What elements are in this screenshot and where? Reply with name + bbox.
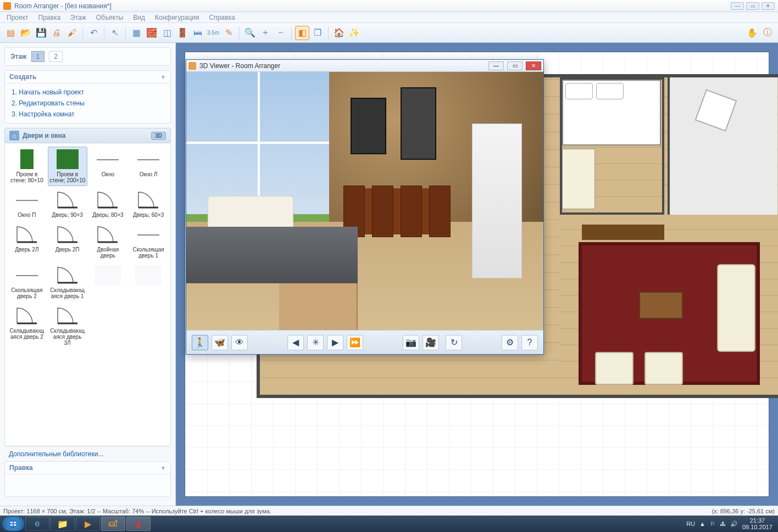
- center-button[interactable]: ✳: [307, 335, 324, 350]
- floor-tab-2[interactable]: 2: [49, 51, 63, 62]
- minimize-button[interactable]: —: [731, 2, 744, 10]
- settings-button[interactable]: ⚙: [502, 335, 518, 350]
- maximize-button[interactable]: ▭: [746, 2, 759, 10]
- view-3d-button[interactable]: ◧: [295, 26, 309, 40]
- menu-project[interactable]: Проект: [2, 13, 33, 23]
- library-item[interactable]: [129, 262, 168, 302]
- viewer-close-button[interactable]: ✕: [526, 61, 541, 70]
- canvas-area[interactable]: 3D Viewer - Room Arranger — ▭ ✕: [176, 43, 778, 506]
- prev-button[interactable]: ◀: [287, 335, 304, 350]
- effects-button[interactable]: ✨: [347, 26, 362, 40]
- tray-volume-icon[interactable]: 🔊: [730, 520, 738, 528]
- ruler-tool-button[interactable]: 3.5m: [206, 26, 220, 40]
- viewer-3d-scene[interactable]: [186, 72, 543, 330]
- taskbar-ie[interactable]: e: [25, 517, 49, 531]
- taskbar-app[interactable]: ▮: [126, 517, 151, 531]
- tray-network-icon[interactable]: 🖧: [720, 520, 726, 527]
- wardrobe[interactable]: [562, 149, 595, 209]
- taskbar-clock[interactable]: 21:37 09.10.2017: [742, 517, 773, 530]
- new-file-button[interactable]: ▤: [3, 26, 18, 40]
- menu-edit[interactable]: Правка: [34, 13, 65, 23]
- pointer-button[interactable]: ↖: [108, 26, 122, 40]
- create-new-project[interactable]: 1. Начать новый проект: [10, 87, 165, 98]
- floor-tab-1[interactable]: 1: [31, 51, 45, 62]
- look-mode-button[interactable]: 👁: [231, 335, 248, 350]
- viewer-minimize-button[interactable]: —: [488, 61, 504, 70]
- library-item[interactable]: Складывающаяся дверь 3Л: [48, 303, 87, 349]
- fly-mode-button[interactable]: 🦋: [212, 335, 228, 350]
- open-file-button[interactable]: 📂: [19, 26, 33, 40]
- badge-3d[interactable]: 3D: [151, 132, 166, 140]
- start-button[interactable]: [2, 517, 24, 531]
- more-libraries-link[interactable]: Дополнительные библиотеки...: [4, 446, 171, 461]
- fast-forward-button[interactable]: ⏩: [347, 335, 363, 350]
- library-item[interactable]: Дверь 2П: [48, 222, 87, 261]
- create-room-settings[interactable]: 3. Настройка комнат: [10, 109, 165, 120]
- door-tool-button[interactable]: 🚪: [175, 26, 190, 40]
- snapshot-button[interactable]: 📷: [403, 335, 419, 350]
- brick-tool-button[interactable]: 🧱: [145, 26, 159, 40]
- hand-button[interactable]: ✋: [745, 26, 759, 40]
- info-button[interactable]: ⓘ: [760, 26, 775, 40]
- pillow[interactable]: [596, 83, 624, 99]
- tray-flag-icon[interactable]: ▲: [699, 520, 705, 527]
- library-item[interactable]: [88, 262, 128, 302]
- library-item[interactable]: Двойная дверь: [88, 222, 128, 261]
- library-item[interactable]: Дверь; 80×3: [88, 187, 128, 221]
- library-item[interactable]: Окно П: [7, 187, 47, 221]
- category-header[interactable]: ⌂ Двери и окна 3D: [4, 128, 171, 143]
- viewer-maximize-button[interactable]: ▭: [507, 61, 523, 70]
- armchair[interactable]: [595, 352, 633, 385]
- library-item[interactable]: Дверь; 90×3: [48, 187, 87, 221]
- zoom-out-button[interactable]: －: [274, 26, 288, 40]
- house-button[interactable]: 🏠: [332, 26, 346, 40]
- save-button[interactable]: 💾: [34, 26, 48, 40]
- paint-button[interactable]: 🖌: [65, 26, 79, 40]
- refresh-button[interactable]: ↻: [446, 335, 462, 350]
- library-item[interactable]: Проем в стене; 200×10: [48, 147, 87, 186]
- sofa[interactable]: [717, 264, 755, 352]
- create-edit-walls[interactable]: 2. Редактировать стены: [10, 98, 165, 109]
- library-item[interactable]: Проем в стене; 80×10: [7, 147, 47, 186]
- pencil-tool-button[interactable]: ✎: [221, 26, 236, 40]
- library-item[interactable]: Окно Л: [129, 147, 168, 186]
- library-item[interactable]: Окно: [88, 147, 128, 186]
- create-header[interactable]: Создать ▼: [5, 71, 170, 83]
- library-item[interactable]: Складывающаяся дверь 1: [48, 262, 87, 302]
- tray-action-center-icon[interactable]: ⚐: [710, 520, 715, 528]
- library-item[interactable]: Скользящая дверь 1: [129, 222, 168, 261]
- pillow[interactable]: [565, 83, 593, 99]
- taskbar-media[interactable]: ▶: [76, 517, 100, 531]
- library-item[interactable]: Дверь; 60×3: [129, 187, 168, 221]
- language-indicator[interactable]: RU: [686, 520, 695, 527]
- wall-tool-button[interactable]: ▦: [129, 26, 143, 40]
- undo-button[interactable]: ↶: [86, 26, 101, 40]
- viewer-3d-window[interactable]: 3D Viewer - Room Arranger — ▭ ✕: [186, 59, 544, 355]
- print-button[interactable]: 🖨: [49, 26, 64, 40]
- menu-view[interactable]: Вид: [129, 13, 149, 23]
- taskbar-room-arranger[interactable]: 🛋: [101, 517, 125, 531]
- viewer-title-bar[interactable]: 3D Viewer - Room Arranger — ▭ ✕: [186, 60, 543, 72]
- library-item[interactable]: Складывающаяся дверь 2: [7, 303, 47, 349]
- furniture-tool-button[interactable]: 🛏: [191, 26, 205, 40]
- taskbar-explorer[interactable]: 📁: [51, 517, 75, 531]
- tv-unit[interactable]: [582, 225, 664, 240]
- walk-mode-button[interactable]: 🚶: [192, 335, 208, 350]
- menu-floor[interactable]: Этаж: [66, 13, 91, 23]
- library-item[interactable]: Дверь 2Л: [7, 222, 47, 261]
- view-3d-multi-button[interactable]: ❒: [310, 26, 325, 40]
- record-button[interactable]: 🎥: [423, 335, 439, 350]
- menu-config[interactable]: Конфигурация: [151, 13, 204, 23]
- window-tool-button[interactable]: ◫: [160, 26, 174, 40]
- menu-objects[interactable]: Объекты: [92, 13, 128, 23]
- coffee-table[interactable]: [639, 292, 683, 319]
- help-button[interactable]: ?: [521, 335, 538, 350]
- play-button[interactable]: ▶: [327, 335, 343, 350]
- zoom-button[interactable]: 🔍: [243, 26, 257, 40]
- close-button[interactable]: ✕: [762, 2, 775, 10]
- menu-help[interactable]: Справка: [205, 13, 240, 23]
- zoom-in-button[interactable]: ＋: [258, 26, 273, 40]
- edit-header[interactable]: Правка ▼: [5, 462, 170, 474]
- library-item[interactable]: Скользящая дверь 2: [7, 262, 47, 302]
- armchair[interactable]: [644, 352, 683, 385]
